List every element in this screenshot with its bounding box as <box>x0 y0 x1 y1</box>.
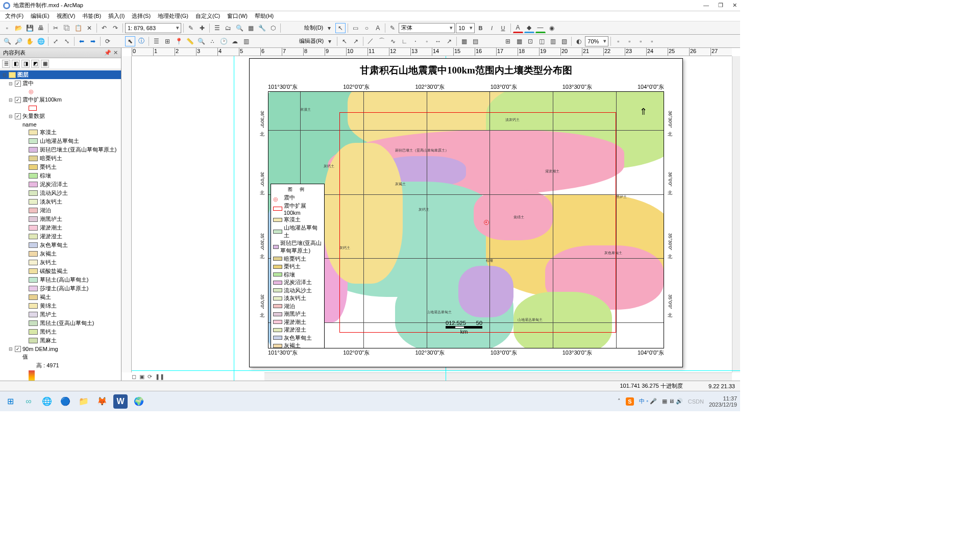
font-combo[interactable]: 宋体 <box>399 23 455 33</box>
find-route-icon[interactable]: 🔍 <box>196 36 206 46</box>
layout-view-tab[interactable]: ▣ <box>139 373 144 380</box>
measure-icon[interactable]: 📏 <box>185 36 195 46</box>
layout-view[interactable]: 0123456789101112131415161718192021222324… <box>121 48 740 381</box>
tray-up-icon[interactable]: ˄ <box>618 398 621 405</box>
explorer-icon[interactable]: 📁 <box>77 394 91 409</box>
save-icon[interactable]: 💾 <box>24 23 35 33</box>
zoom-out-icon[interactable]: 🔎 <box>13 36 23 46</box>
toc-tree[interactable]: ⊟图层⊟✓ 震中◎⊟✓ 震中扩展100km⊟✓ 矢量数据name寒漠土山地灌丛草… <box>0 69 121 381</box>
menu-item[interactable]: 编辑(E) <box>28 11 53 21</box>
fixed-zoomout-icon[interactable]: ⤡ <box>62 36 72 46</box>
xy-icon[interactable]: ⛬ <box>207 36 217 46</box>
info-icon[interactable]: ⓘ <box>136 36 146 46</box>
menu-item[interactable]: 视图(V) <box>54 11 79 21</box>
underline-icon[interactable]: U <box>498 23 508 33</box>
font-color-icon[interactable]: A <box>513 23 523 33</box>
locate-icon[interactable]: 📍 <box>174 36 184 46</box>
italic-icon[interactable]: I <box>487 23 497 33</box>
editor-label[interactable]: 编辑器(R) <box>299 37 324 45</box>
select-elements-icon[interactable]: ⬉ <box>125 36 135 46</box>
georef-6-icon[interactable]: ▧ <box>559 36 569 46</box>
full-extent-icon[interactable]: 🌐 <box>36 36 46 46</box>
editor-dropdown-icon[interactable]: ▾ <box>325 36 335 46</box>
new-icon[interactable]: ▫ <box>2 23 12 33</box>
circle-icon[interactable]: ○ <box>361 23 372 33</box>
scale-bar[interactable]: 012.52550 km <box>446 320 482 335</box>
guide-v1[interactable] <box>234 56 234 381</box>
view-tabs[interactable]: ◻ ▣ ⟳ ❚❚ <box>132 372 164 381</box>
firefox-icon[interactable]: 🦊 <box>95 394 109 409</box>
html-popup-icon[interactable]: ☁ <box>230 36 240 46</box>
minimize-button[interactable]: — <box>703 2 709 9</box>
menu-item[interactable]: 选择(S) <box>129 11 154 21</box>
edit-annotation-icon[interactable]: ↗ <box>351 36 361 46</box>
viewer-icon[interactable]: ▥ <box>241 36 251 46</box>
rectangle-icon[interactable]: ▭ <box>350 23 360 33</box>
pan-icon[interactable]: ✋ <box>24 36 35 46</box>
catalog-icon[interactable]: 🗂 <box>223 23 233 33</box>
draw-dropdown-icon[interactable]: ▾ <box>324 23 334 33</box>
straight-icon[interactable]: ／ <box>365 36 376 46</box>
model-icon[interactable]: ⬡ <box>268 23 278 33</box>
menu-item[interactable]: 书签(B) <box>79 11 104 21</box>
chrome-icon[interactable]: 🌐 <box>40 394 54 409</box>
scrollbar-vertical[interactable] <box>732 56 740 372</box>
georef-3-icon[interactable]: ⊡ <box>525 36 535 46</box>
map-title[interactable]: 甘肃积石山地震震中100km范围内土壤类型分布图 <box>250 59 682 79</box>
pin-icon[interactable]: 📌 <box>104 49 111 56</box>
tray-time[interactable]: 11:37 <box>709 395 737 402</box>
refresh-view-icon[interactable]: ⟳ <box>148 373 152 380</box>
ime-lang[interactable]: 中 ⸰ 🎤 <box>639 397 657 405</box>
map-frame[interactable]: 101°30'0"东102°0'0"东102°30'0"东103°0'0"东10… <box>257 80 675 360</box>
guide-h1[interactable] <box>132 370 740 371</box>
menu-item[interactable]: 文件(F) <box>2 11 27 21</box>
print-icon[interactable]: 🖶 <box>36 23 46 33</box>
layout-whole-icon[interactable]: ▫ <box>647 36 657 46</box>
distance-icon[interactable]: ↔ <box>433 36 443 46</box>
options-icon[interactable]: ▦ <box>41 60 49 68</box>
ime-icon[interactable]: S <box>626 397 633 406</box>
app-icon-1[interactable]: ∞ <box>21 394 36 409</box>
fixed-zoomin-icon[interactable]: ⤢ <box>51 36 61 46</box>
arc-icon[interactable]: ⌒ <box>377 36 387 46</box>
menu-item[interactable]: 自定义(C) <box>192 11 223 21</box>
layout-zoomout-icon[interactable]: ▫ <box>624 36 634 46</box>
cut-icon[interactable]: ✂ <box>51 23 61 33</box>
menu-item[interactable]: 插入(I) <box>105 11 128 21</box>
effects-icon[interactable]: ◐ <box>574 36 584 46</box>
menu-item[interactable]: 帮助(H) <box>252 11 277 21</box>
georef-icon[interactable]: ⊞ <box>503 36 513 46</box>
layout-zoomin-icon[interactable]: ▫ <box>613 36 623 46</box>
scale-combo[interactable]: 1: 879, 683 <box>125 23 181 33</box>
redo-icon[interactable]: ↷ <box>110 23 120 33</box>
map-legend[interactable]: 图 例 ◎震中震中扩展100km寒漠土山地灌丛草甸土斑毡巴壤(亚高山草甸草原土)… <box>271 184 325 348</box>
fill-color-icon[interactable]: ◆ <box>524 23 534 33</box>
copy-icon[interactable]: ⿻ <box>62 23 72 33</box>
bold-icon[interactable]: B <box>476 23 486 33</box>
data-view-tab[interactable]: ◻ <box>132 373 136 380</box>
create-features-icon[interactable]: ▤ <box>470 36 480 46</box>
line-color-icon[interactable]: — <box>535 23 546 33</box>
north-arrow[interactable]: ⇑ <box>640 106 647 117</box>
refresh-icon[interactable]: ⟳ <box>103 36 113 46</box>
arcmap-task-icon[interactable]: 🌍 <box>132 394 146 409</box>
list-source-icon[interactable]: ◧ <box>12 60 20 68</box>
menu-item[interactable]: 窗口(W) <box>224 11 251 21</box>
sketch-props-icon[interactable]: ▦ <box>459 36 469 46</box>
start-icon[interactable]: ⊞ <box>3 394 17 409</box>
text-icon[interactable]: A <box>373 23 383 33</box>
undo-icon[interactable]: ↶ <box>99 23 109 33</box>
search-icon[interactable]: 🔍 <box>234 23 244 33</box>
toc-close-icon[interactable]: ✕ <box>113 49 118 56</box>
edit-vertices-icon[interactable]: ✎ <box>387 23 398 33</box>
time-icon[interactable]: 🕑 <box>218 36 229 46</box>
georef-2-icon[interactable]: ▦ <box>514 36 524 46</box>
endpoint-icon[interactable]: ◦ <box>422 36 432 46</box>
georef-4-icon[interactable]: ◫ <box>536 36 547 46</box>
list-visibility-icon[interactable]: ◨ <box>21 60 30 68</box>
close-button[interactable]: ✕ <box>732 2 737 9</box>
right-angle-icon[interactable]: ∟ <box>399 36 409 46</box>
word-icon[interactable]: W <box>113 394 128 409</box>
scrollbar-horizontal[interactable] <box>264 372 732 381</box>
edge-icon[interactable]: 🔵 <box>58 394 72 409</box>
